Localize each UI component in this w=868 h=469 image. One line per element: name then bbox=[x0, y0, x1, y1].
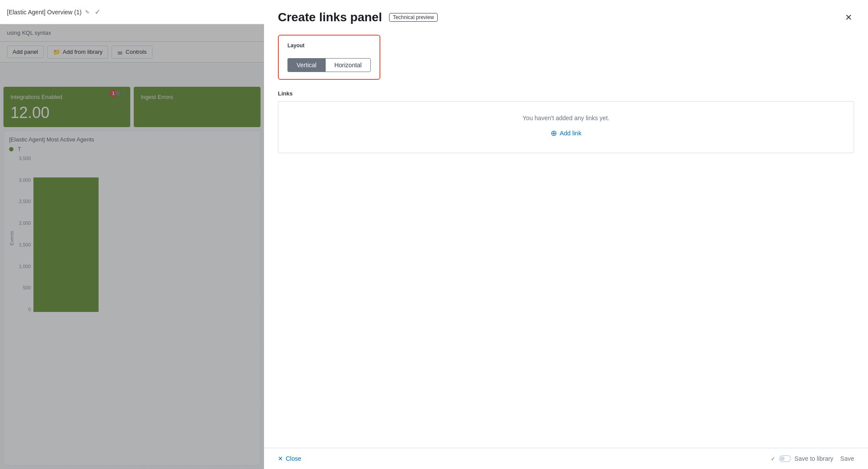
flyout-panel: Create links panel Technical preview ✕ L… bbox=[264, 0, 868, 469]
flyout-title-row: Create links panel Technical preview bbox=[278, 10, 438, 24]
close-label: Close bbox=[286, 455, 301, 462]
links-label: Links bbox=[278, 90, 854, 97]
save-library-label: Save to library bbox=[795, 455, 833, 462]
confirm-icon[interactable]: ✓ bbox=[95, 8, 100, 16]
dashboard-title: [Elastic Agent] Overview (1) ✎ ✓ bbox=[7, 8, 100, 16]
layout-toggle: Vertical Horizontal bbox=[287, 58, 371, 72]
close-button[interactable]: ✕ Close bbox=[278, 455, 301, 462]
close-x-icon: ✕ bbox=[278, 455, 283, 462]
footer-save-button[interactable]: Save bbox=[840, 455, 854, 462]
links-empty-text: You haven't added any links yet. bbox=[523, 115, 610, 121]
toggle-knob bbox=[780, 456, 785, 461]
title-text: [Elastic Agent] Overview (1) bbox=[7, 9, 82, 16]
save-library-row: ✓ Save to library bbox=[771, 455, 833, 462]
flyout-body: Layout Vertical Horizontal Links You hav… bbox=[264, 24, 868, 448]
add-link-label: Add link bbox=[560, 130, 581, 137]
flyout-title: Create links panel bbox=[278, 10, 382, 24]
overlay bbox=[0, 24, 264, 469]
layout-section: Layout Vertical Horizontal bbox=[278, 35, 380, 80]
flyout-close-button[interactable]: ✕ bbox=[843, 10, 854, 24]
layout-horizontal-button[interactable]: Horizontal bbox=[325, 58, 371, 72]
add-link-button[interactable]: ⊕ Add link bbox=[547, 127, 585, 140]
links-empty-box: You haven't added any links yet. ⊕ Add l… bbox=[278, 101, 854, 153]
footer-right: ✓ Save to library Save bbox=[771, 455, 854, 462]
layout-label: Layout bbox=[287, 43, 371, 49]
links-section: Links You haven't added any links yet. ⊕… bbox=[278, 90, 854, 153]
save-library-toggle[interactable] bbox=[779, 455, 791, 462]
check-toggle-icon: ✓ bbox=[771, 456, 776, 462]
edit-icon[interactable]: ✎ bbox=[85, 9, 89, 15]
add-link-circle-icon: ⊕ bbox=[551, 128, 557, 138]
dashboard-area: using KQL syntax Add panel 📁 Add from li… bbox=[0, 24, 264, 469]
flyout-header: Create links panel Technical preview ✕ bbox=[264, 0, 868, 24]
tech-preview-badge: Technical preview bbox=[389, 13, 438, 22]
layout-vertical-button[interactable]: Vertical bbox=[287, 58, 325, 72]
flyout-footer: ✕ Close ✓ Save to library Save bbox=[264, 448, 868, 469]
